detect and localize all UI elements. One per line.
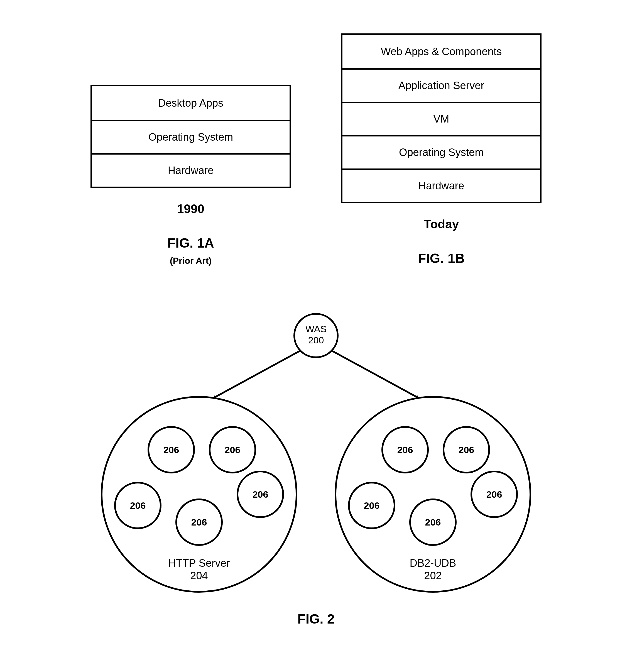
left-cluster-title2: 204 — [190, 570, 208, 581]
left-node-2: 206 — [115, 483, 161, 528]
right-node-2: 206 — [349, 483, 394, 528]
root-line1: WAS — [306, 323, 326, 334]
fig2-container: WAS 200 206 206 206 — [22, 311, 610, 627]
fig1-row: Desktop Apps Operating System Hardware 1… — [22, 33, 610, 266]
fig1b-layer-0: Web Apps & Components — [342, 35, 540, 68]
left-node-2-label: 206 — [130, 500, 146, 511]
root-node: WAS 200 — [294, 314, 338, 357]
left-node-1-label: 206 — [225, 445, 241, 455]
left-node-0-label: 206 — [164, 445, 179, 455]
right-cluster-title2: 202 — [424, 570, 442, 581]
fig1a-sublabel: (Prior Art) — [170, 256, 212, 266]
root-line2: 200 — [308, 335, 324, 345]
right-node-4: 206 — [471, 472, 517, 517]
right-cluster: 206 206 206 206 206 DB2-UDB — [336, 397, 530, 592]
fig1b-layer-4: Hardware — [342, 168, 540, 202]
right-node-0-label: 206 — [397, 445, 413, 455]
left-cluster: 206 206 206 206 206 HTTP Se — [102, 397, 296, 592]
left-node-0: 206 — [148, 427, 194, 473]
arrow-left — [213, 351, 300, 398]
fig1a-layer-0: Desktop Apps — [92, 86, 290, 120]
left-cluster-title1: HTTP Server — [168, 557, 230, 569]
fig1b-label: FIG. 1B — [418, 250, 465, 266]
fig1a-stack: Desktop Apps Operating System Hardware — [91, 85, 291, 188]
right-node-2-label: 206 — [364, 500, 380, 511]
fig1b-layer-3: Operating System — [342, 135, 540, 168]
fig2-svg: WAS 200 206 206 206 — [79, 311, 553, 603]
right-node-1-label: 206 — [459, 445, 475, 455]
right-node-3: 206 — [410, 499, 456, 545]
right-node-4-label: 206 — [486, 489, 502, 500]
fig1a-layer-1: Operating System — [92, 120, 290, 153]
fig1b-era: Today — [424, 217, 459, 231]
right-cluster-title1: DB2-UDB — [410, 557, 456, 569]
right-node-0: 206 — [382, 427, 428, 473]
left-node-4: 206 — [238, 472, 283, 517]
fig1b-column: Web Apps & Components Application Server… — [341, 33, 541, 266]
left-node-3: 206 — [176, 499, 222, 545]
fig1a-label: FIG. 1A — [167, 235, 214, 250]
page: Desktop Apps Operating System Hardware 1… — [0, 0, 632, 672]
fig1a-era: 1990 — [177, 202, 204, 216]
fig1b-layer-1: Application Server — [342, 68, 540, 102]
fig2-label: FIG. 2 — [297, 611, 334, 627]
left-node-1: 206 — [210, 427, 255, 473]
right-node-3-label: 206 — [425, 517, 441, 527]
left-node-4-label: 206 — [252, 489, 268, 500]
left-node-3-label: 206 — [191, 517, 207, 527]
fig1a-column: Desktop Apps Operating System Hardware 1… — [91, 85, 291, 266]
fig1b-layer-2: VM — [342, 102, 540, 135]
arrow-right — [332, 351, 419, 398]
fig1a-layer-2: Hardware — [92, 153, 290, 187]
right-node-1: 206 — [443, 427, 489, 473]
fig1b-stack: Web Apps & Components Application Server… — [341, 33, 541, 203]
